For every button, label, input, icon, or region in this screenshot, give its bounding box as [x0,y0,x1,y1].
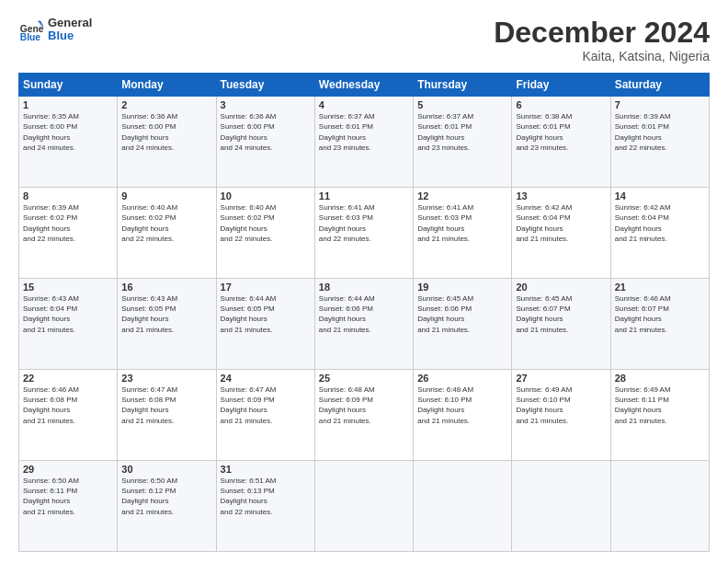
day-number: 2 [121,99,211,110]
table-row: 9 Sunrise: 6:40 AMSunset: 6:02 PMDayligh… [118,188,216,279]
day-detail: Sunrise: 6:45 AMSunset: 6:07 PMDaylight … [516,294,572,334]
day-number: 28 [615,373,705,384]
day-number: 9 [121,190,211,201]
logo: General Blue General Blue [18,17,92,43]
table-row: 8 Sunrise: 6:39 AMSunset: 6:02 PMDayligh… [19,188,118,279]
day-number: 11 [319,190,409,201]
day-detail: Sunrise: 6:37 AMSunset: 6:01 PMDaylight … [319,112,375,152]
day-number: 19 [417,282,507,293]
day-detail: Sunrise: 6:48 AMSunset: 6:10 PMDaylight … [417,385,473,425]
table-row: 23 Sunrise: 6:47 AMSunset: 6:08 PMDaylig… [118,370,216,461]
day-number: 24 [221,373,311,384]
table-row: 20 Sunrise: 6:45 AMSunset: 6:07 PMDaylig… [512,279,610,370]
svg-text:Blue: Blue [20,32,41,42]
day-detail: Sunrise: 6:46 AMSunset: 6:07 PMDaylight … [615,294,671,334]
table-row: 16 Sunrise: 6:43 AMSunset: 6:05 PMDaylig… [118,279,216,370]
table-row: 31 Sunrise: 6:51 AMSunset: 6:13 PMDaylig… [216,461,314,552]
day-detail: Sunrise: 6:51 AMSunset: 6:13 PMDaylight … [221,477,277,516]
table-row: 27 Sunrise: 6:49 AMSunset: 6:10 PMDaylig… [512,370,610,461]
logo-blue: Blue [48,29,92,42]
location: Kaita, Katsina, Nigeria [494,49,710,63]
day-detail: Sunrise: 6:47 AMSunset: 6:09 PMDaylight … [221,385,277,425]
table-row: 3 Sunrise: 6:36 AMSunset: 6:00 PMDayligh… [216,97,314,188]
table-row: 15 Sunrise: 6:43 AMSunset: 6:04 PMDaylig… [19,279,118,370]
table-row: 5 Sunrise: 6:37 AMSunset: 6:01 PMDayligh… [414,97,512,188]
day-number: 20 [516,282,606,293]
day-detail: Sunrise: 6:37 AMSunset: 6:01 PMDaylight … [417,112,473,152]
day-number: 18 [319,282,409,293]
table-row [610,461,709,552]
day-detail: Sunrise: 6:44 AMSunset: 6:05 PMDaylight … [221,294,277,334]
table-row: 19 Sunrise: 6:45 AMSunset: 6:06 PMDaylig… [414,279,512,370]
day-number: 31 [221,464,311,475]
table-row [414,461,512,552]
day-number: 7 [615,99,705,110]
day-detail: Sunrise: 6:48 AMSunset: 6:09 PMDaylight … [319,385,375,425]
day-number: 30 [121,464,211,475]
header-sunday: Sunday [19,74,118,97]
day-number: 15 [23,282,113,293]
day-number: 22 [23,373,113,384]
table-row: 26 Sunrise: 6:48 AMSunset: 6:10 PMDaylig… [414,370,512,461]
logo-general: General [48,17,92,29]
table-row: 4 Sunrise: 6:37 AMSunset: 6:01 PMDayligh… [314,97,413,188]
calendar-week-row: 22 Sunrise: 6:46 AMSunset: 6:08 PMDaylig… [19,370,710,461]
table-row: 6 Sunrise: 6:38 AMSunset: 6:01 PMDayligh… [512,97,610,188]
table-row [512,461,610,552]
day-number: 14 [615,190,705,201]
day-detail: Sunrise: 6:38 AMSunset: 6:01 PMDaylight … [516,112,572,152]
header: General Blue General Blue December 2024 … [18,17,710,63]
day-detail: Sunrise: 6:50 AMSunset: 6:12 PMDaylight … [121,477,177,516]
day-detail: Sunrise: 6:42 AMSunset: 6:04 PMDaylight … [516,203,572,243]
table-row: 13 Sunrise: 6:42 AMSunset: 6:04 PMDaylig… [512,188,610,279]
logo-icon: General Blue [18,17,44,42]
header-tuesday: Tuesday [216,74,314,97]
day-detail: Sunrise: 6:39 AMSunset: 6:02 PMDaylight … [23,203,79,243]
table-row: 2 Sunrise: 6:36 AMSunset: 6:00 PMDayligh… [118,97,216,188]
day-detail: Sunrise: 6:41 AMSunset: 6:03 PMDaylight … [319,203,375,243]
day-detail: Sunrise: 6:47 AMSunset: 6:08 PMDaylight … [121,385,177,425]
table-row: 21 Sunrise: 6:46 AMSunset: 6:07 PMDaylig… [610,279,709,370]
day-number: 4 [319,99,409,110]
header-saturday: Saturday [610,74,709,97]
day-number: 10 [221,190,311,201]
table-row: 7 Sunrise: 6:39 AMSunset: 6:01 PMDayligh… [610,97,709,188]
table-row: 12 Sunrise: 6:41 AMSunset: 6:03 PMDaylig… [414,188,512,279]
day-number: 23 [121,373,211,384]
table-row: 24 Sunrise: 6:47 AMSunset: 6:09 PMDaylig… [216,370,314,461]
day-detail: Sunrise: 6:49 AMSunset: 6:10 PMDaylight … [516,385,572,425]
day-number: 13 [516,190,606,201]
day-detail: Sunrise: 6:49 AMSunset: 6:11 PMDaylight … [615,385,671,425]
month-title: December 2024 [494,17,710,49]
table-row: 25 Sunrise: 6:48 AMSunset: 6:09 PMDaylig… [314,370,413,461]
table-row [314,461,413,552]
table-row: 30 Sunrise: 6:50 AMSunset: 6:12 PMDaylig… [118,461,216,552]
day-detail: Sunrise: 6:40 AMSunset: 6:02 PMDaylight … [121,203,177,243]
calendar-week-row: 1 Sunrise: 6:35 AMSunset: 6:00 PMDayligh… [19,97,710,188]
day-number: 17 [221,282,311,293]
day-number: 16 [121,282,211,293]
day-detail: Sunrise: 6:45 AMSunset: 6:06 PMDaylight … [417,294,473,334]
day-number: 5 [417,99,507,110]
table-row: 28 Sunrise: 6:49 AMSunset: 6:11 PMDaylig… [610,370,709,461]
day-detail: Sunrise: 6:44 AMSunset: 6:06 PMDaylight … [319,294,375,334]
calendar-week-row: 29 Sunrise: 6:50 AMSunset: 6:11 PMDaylig… [19,461,710,552]
header-thursday: Thursday [414,74,512,97]
day-number: 6 [516,99,606,110]
day-number: 21 [615,282,705,293]
weekday-header-row: Sunday Monday Tuesday Wednesday Thursday… [19,74,710,97]
day-number: 26 [417,373,507,384]
day-detail: Sunrise: 6:43 AMSunset: 6:04 PMDaylight … [23,294,79,334]
table-row: 11 Sunrise: 6:41 AMSunset: 6:03 PMDaylig… [314,188,413,279]
table-row: 1 Sunrise: 6:35 AMSunset: 6:00 PMDayligh… [19,97,118,188]
header-wednesday: Wednesday [314,74,413,97]
table-row: 29 Sunrise: 6:50 AMSunset: 6:11 PMDaylig… [19,461,118,552]
table-row: 22 Sunrise: 6:46 AMSunset: 6:08 PMDaylig… [19,370,118,461]
day-detail: Sunrise: 6:39 AMSunset: 6:01 PMDaylight … [615,112,671,152]
logo-text: General Blue [48,17,92,43]
table-row: 14 Sunrise: 6:42 AMSunset: 6:04 PMDaylig… [610,188,709,279]
header-monday: Monday [118,74,216,97]
day-number: 29 [23,464,113,475]
day-number: 1 [23,99,113,110]
calendar-week-row: 8 Sunrise: 6:39 AMSunset: 6:02 PMDayligh… [19,188,710,279]
